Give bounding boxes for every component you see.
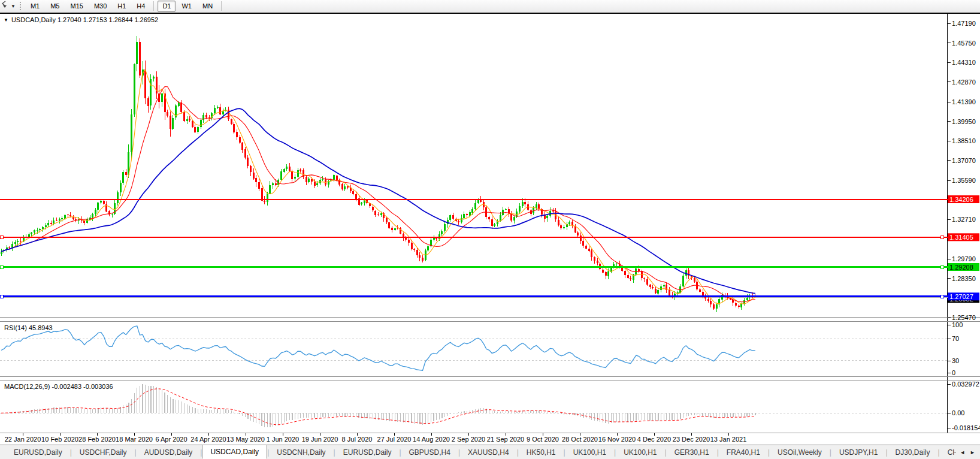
hline-price-label: 1.27027 bbox=[949, 293, 973, 300]
chart-tab-dj30-daily[interactable]: DJ30,Daily bbox=[888, 446, 938, 459]
chart-tab-uk100-h1[interactable]: UK100,H1 bbox=[565, 446, 614, 459]
chart-tab-usdcad-daily[interactable]: USDCAD,Daily bbox=[202, 445, 267, 459]
macd-indicator-label: MACD(12,26,9) -0.002483 -0.003036 bbox=[4, 383, 113, 390]
chart-title: USDCAD,Daily 1.27040 1.27153 1.26844 1.2… bbox=[11, 16, 158, 23]
hline-price-label: 1.29208 bbox=[949, 264, 973, 271]
tab-scroll-arrows: ◄ ► bbox=[956, 445, 979, 459]
mt4-window: ▼ M1M5M15M30H1H4D1W1MN 1.471901.457501.4… bbox=[0, 0, 980, 459]
date-axis-label: 22 Jan 2020 bbox=[5, 436, 41, 443]
dropdown-caret-icon[interactable]: ▼ bbox=[11, 4, 16, 9]
hline-price-label: 1.34206 bbox=[949, 196, 973, 203]
timeframe-button-mn[interactable]: MN bbox=[198, 1, 217, 12]
timeframe-button-m15[interactable]: M15 bbox=[65, 1, 87, 12]
horizontal-price-lines[interactable] bbox=[0, 200, 948, 297]
price-axis-label: 1.45750 bbox=[952, 40, 976, 47]
date-axis-label: 27 Jul 2020 bbox=[377, 436, 412, 443]
price-axis: 1.471901.457501.443101.428701.413901.399… bbox=[1, 20, 980, 321]
toolbar-grip[interactable] bbox=[20, 2, 21, 10]
price-axis-label: 1.47190 bbox=[952, 20, 976, 27]
date-axis-label: 16 Nov 2020 bbox=[598, 436, 636, 443]
date-axis-label: 23 Dec 2020 bbox=[673, 436, 710, 443]
chart-tab-usdchf-daily[interactable]: USDCHF,Daily bbox=[72, 446, 135, 459]
tabs-scroll-left-icon[interactable]: ◄ bbox=[957, 448, 967, 457]
toolbar-separator bbox=[221, 1, 222, 11]
chart-tabs: EURUSD,Daily|USDCHF,Daily|AUDUSD,Daily|U… bbox=[0, 445, 962, 459]
macd-scale: 0.0329720.00-0.018154 bbox=[948, 381, 980, 431]
date-axis-label: 4 Dec 2020 bbox=[637, 436, 671, 443]
date-axis-label: 28 Oct 2020 bbox=[562, 436, 598, 443]
timeframe-button-m30[interactable]: M30 bbox=[89, 1, 111, 12]
price-axis-label: 1.25470 bbox=[952, 314, 976, 321]
date-axis-label: 14 Aug 2020 bbox=[413, 436, 450, 443]
timeframe-toolbar: ▼ M1M5M15M30H1H4D1W1MN bbox=[0, 0, 980, 13]
date-axis-label: 21 Sep 2020 bbox=[487, 436, 524, 443]
timeframe-button-d1[interactable]: D1 bbox=[158, 1, 176, 12]
macd-scale-label: 0.00 bbox=[952, 409, 964, 416]
chart-tab-audusd-daily[interactable]: AUDUSD,Daily bbox=[137, 446, 201, 459]
date-axis-label: 8 Jul 2020 bbox=[342, 436, 373, 443]
price-axis-label: 1.29790 bbox=[952, 255, 976, 262]
candlestick-series bbox=[1, 36, 757, 312]
price-axis-label: 1.32710 bbox=[952, 216, 976, 223]
rsi-scale-label: 30 bbox=[952, 357, 959, 364]
rsi-scale: 10070300 bbox=[948, 321, 963, 376]
price-axis-label: 1.37070 bbox=[952, 157, 976, 164]
price-axis-label: 1.42870 bbox=[952, 78, 976, 86]
date-axis-label: 9 Oct 2020 bbox=[527, 436, 559, 443]
rsi-scale-label: 0 bbox=[952, 369, 955, 376]
price-axis-label: 1.35590 bbox=[952, 177, 976, 184]
date-axis-label: 28 Feb 2020 bbox=[78, 436, 116, 443]
chart-tab-bar: EURUSD,Daily|USDCHF,Daily|AUDUSD,Daily|U… bbox=[0, 445, 980, 459]
chart-tab-uk100-h1[interactable]: UK100,H1 bbox=[616, 446, 664, 459]
date-axis-label: 6 Apr 2020 bbox=[155, 436, 187, 443]
toolbar-icon-group: ▼ bbox=[2, 2, 17, 10]
chart-collapse-icon[interactable]: ▼ bbox=[4, 17, 8, 23]
price-axis-label: 1.44310 bbox=[952, 59, 976, 66]
chart-tab-hk50-h1[interactable]: HK50,H1 bbox=[519, 446, 564, 459]
timeframe-button-m1[interactable]: M1 bbox=[26, 1, 44, 12]
rsi-scale-label: 70 bbox=[952, 335, 959, 342]
rsi-line bbox=[1, 326, 755, 370]
price-axis-label: 1.41390 bbox=[952, 98, 976, 105]
chart-header: ▼USDCAD,Daily 1.27040 1.27153 1.26844 1.… bbox=[4, 16, 158, 23]
date-axis-label: 18 Mar 2020 bbox=[116, 436, 153, 443]
date-axis-label: 1 Jun 2020 bbox=[267, 436, 299, 443]
chart-tab-usdcnh-daily[interactable]: USDCNH,Daily bbox=[269, 446, 333, 459]
price-axis-label: 1.38510 bbox=[952, 137, 976, 144]
moving-average-lines bbox=[1, 70, 755, 304]
chart-tab-usdjpy-h1[interactable]: USDJPY,H1 bbox=[831, 446, 885, 459]
price-axis-label: 1.39950 bbox=[952, 118, 976, 125]
date-axis: 22 Jan 202010 Feb 202028 Feb 202018 Mar … bbox=[5, 433, 747, 443]
tabs-scroll-right-icon[interactable]: ► bbox=[967, 448, 978, 457]
chart-tab-ger30-h1[interactable]: GER30,H1 bbox=[667, 446, 717, 459]
chart-tab-xauusd-h4[interactable]: XAUUSD,H4 bbox=[460, 446, 517, 459]
macd-histogram bbox=[1, 384, 755, 427]
chart-tab-usoil-weekly[interactable]: USOil,Weekly bbox=[770, 446, 830, 459]
price-axis-label: 1.28350 bbox=[952, 275, 976, 282]
timeframe-button-m5[interactable]: M5 bbox=[46, 1, 64, 12]
chart-tab-gbpusd-h4[interactable]: GBPUSD,H4 bbox=[401, 446, 458, 459]
macd-scale-label: 0.032972 bbox=[952, 381, 979, 388]
chart-tool-icon[interactable] bbox=[2, 2, 10, 10]
rsi-scale-label: 100 bbox=[952, 321, 963, 328]
chart-canvas[interactable]: 1.471901.457501.443101.428701.413901.399… bbox=[0, 0, 980, 445]
timeframe-button-h4[interactable]: H4 bbox=[132, 1, 150, 12]
rsi-indicator-label: RSI(14) 45.8943 bbox=[4, 324, 53, 331]
date-axis-label: 13 May 2020 bbox=[226, 436, 265, 443]
toolbar-separator bbox=[153, 1, 154, 11]
timeframe-button-h1[interactable]: H1 bbox=[113, 1, 131, 12]
chart-tab-fra40-h1[interactable]: FRA40,H1 bbox=[719, 446, 768, 459]
date-axis-label: 24 Apr 2020 bbox=[190, 436, 226, 443]
chart-tab-eurusd-daily[interactable]: EURUSD,Daily bbox=[335, 446, 400, 459]
hline-price-label: 1.31405 bbox=[949, 234, 973, 241]
timeframe-buttons: M1M5M15M30H1H4D1W1MN bbox=[25, 1, 225, 12]
date-axis-label: 10 Feb 2020 bbox=[41, 436, 78, 443]
macd-scale-label: -0.018154 bbox=[952, 424, 980, 431]
date-axis-label: 19 Jun 2020 bbox=[302, 436, 338, 443]
chart-tab-eurusd-daily[interactable]: EURUSD,Daily bbox=[6, 446, 70, 459]
timeframe-button-w1[interactable]: W1 bbox=[177, 1, 196, 12]
date-axis-label: 2 Sep 2020 bbox=[452, 436, 485, 443]
date-axis-label: 13 Jan 2021 bbox=[710, 436, 747, 443]
